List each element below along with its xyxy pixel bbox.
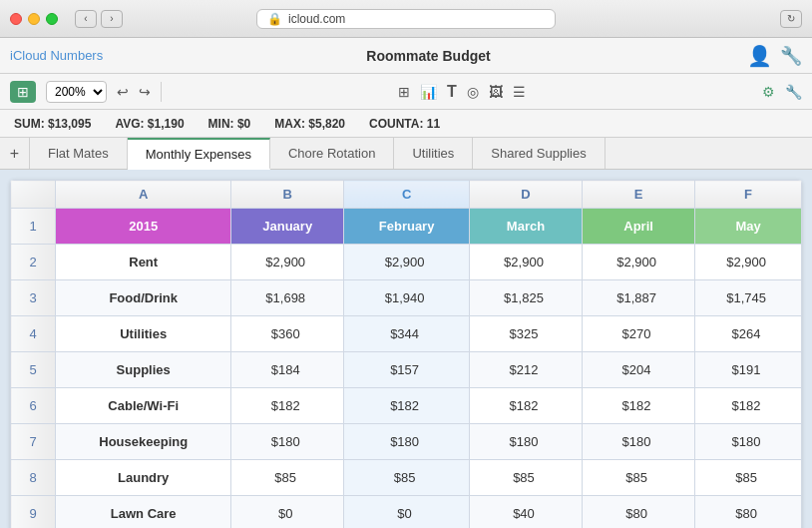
cell-c6[interactable]: $182 <box>344 388 470 424</box>
share-icon[interactable]: 👤 <box>747 44 772 68</box>
tab-shared-supplies[interactable]: Shared Supplies <box>473 138 605 169</box>
cell-a5[interactable]: Supplies <box>56 352 231 388</box>
cell-e6[interactable]: $182 <box>583 388 695 424</box>
refresh-button[interactable]: ↻ <box>780 10 802 28</box>
cell-d2[interactable]: $2,900 <box>469 245 582 280</box>
cell-e1[interactable]: April <box>583 209 695 245</box>
cell-e8[interactable]: $85 <box>583 460 695 496</box>
cell-c4[interactable]: $344 <box>344 316 470 352</box>
format-icon[interactable]: ⚙ <box>762 84 775 100</box>
minimize-button[interactable] <box>28 13 40 25</box>
cell-f7[interactable]: $180 <box>695 424 802 460</box>
cell-a4[interactable]: Utilities <box>56 316 231 352</box>
cell-f5[interactable]: $191 <box>695 352 802 388</box>
cell-b3[interactable]: $1,698 <box>231 280 344 316</box>
row-5: 5 Supplies $184 $157 $212 $204 $191 <box>11 352 802 388</box>
zoom-select[interactable]: 200% 150% 100% <box>46 81 107 103</box>
shape-icon[interactable]: ◎ <box>467 84 479 100</box>
tab-chore-rotation[interactable]: Chore Rotation <box>270 138 394 169</box>
cell-b4[interactable]: $360 <box>231 316 344 352</box>
cell-e7[interactable]: $180 <box>583 424 695 460</box>
wrench-icon[interactable]: 🔧 <box>785 84 802 100</box>
cell-b7[interactable]: $180 <box>231 424 344 460</box>
col-header-a[interactable]: A <box>56 181 231 209</box>
tab-flat-mates[interactable]: Flat Mates <box>30 138 128 169</box>
cell-a7[interactable]: Housekeeping <box>56 424 231 460</box>
cell-a3[interactable]: Food/Drink <box>56 280 231 316</box>
corner-header <box>11 181 56 209</box>
row-num-3[interactable]: 3 <box>11 280 56 316</box>
close-button[interactable] <box>10 13 22 25</box>
row-num-4[interactable]: 4 <box>11 316 56 352</box>
sheet-view-button[interactable]: ⊞ <box>10 81 36 103</box>
cell-f2[interactable]: $2,900 <box>695 245 802 280</box>
table-icon[interactable]: ⊞ <box>398 84 410 100</box>
cell-d9[interactable]: $40 <box>469 496 582 529</box>
cell-f9[interactable]: $80 <box>695 496 802 529</box>
cell-d4[interactable]: $325 <box>469 316 582 352</box>
cell-f4[interactable]: $264 <box>695 316 802 352</box>
chart-icon[interactable]: 📊 <box>420 84 437 100</box>
undo-button[interactable]: ↩ <box>117 84 129 100</box>
row-num-2[interactable]: 2 <box>11 245 56 280</box>
cell-d1[interactable]: March <box>469 209 582 245</box>
row-num-6[interactable]: 6 <box>11 388 56 424</box>
row-num-9[interactable]: 9 <box>11 496 56 529</box>
cell-c1[interactable]: February <box>344 209 470 245</box>
cell-e9[interactable]: $80 <box>583 496 695 529</box>
cell-a9[interactable]: Lawn Care <box>56 496 231 529</box>
tab-utilities[interactable]: Utilities <box>394 138 473 169</box>
maximize-button[interactable] <box>46 13 58 25</box>
text-icon[interactable]: T <box>447 83 457 101</box>
cell-b8[interactable]: $85 <box>231 460 344 496</box>
cell-e3[interactable]: $1,887 <box>583 280 695 316</box>
traffic-lights <box>10 13 58 25</box>
forward-button[interactable]: › <box>101 10 123 28</box>
cell-c2[interactable]: $2,900 <box>344 245 470 280</box>
cell-a2[interactable]: Rent <box>56 245 231 280</box>
col-header-e[interactable]: E <box>583 181 695 209</box>
cell-a1[interactable]: 2015 <box>56 209 231 245</box>
cell-a8[interactable]: Laundry <box>56 460 231 496</box>
settings-icon[interactable]: 🔧 <box>780 45 802 67</box>
cell-d7[interactable]: $180 <box>469 424 582 460</box>
cell-a6[interactable]: Cable/Wi-Fi <box>56 388 231 424</box>
cell-b9[interactable]: $0 <box>231 496 344 529</box>
cell-b2[interactable]: $2,900 <box>231 245 344 280</box>
cell-e2[interactable]: $2,900 <box>583 245 695 280</box>
cell-f6[interactable]: $182 <box>695 388 802 424</box>
cell-b1[interactable]: January <box>231 209 344 245</box>
cell-f8[interactable]: $85 <box>695 460 802 496</box>
cell-c3[interactable]: $1,940 <box>344 280 470 316</box>
back-button[interactable]: ‹ <box>75 10 97 28</box>
cell-c5[interactable]: $157 <box>344 352 470 388</box>
cell-c7[interactable]: $180 <box>344 424 470 460</box>
row-7: 7 Housekeeping $180 $180 $180 $180 $180 <box>11 424 802 460</box>
row-num-1[interactable]: 1 <box>11 209 56 245</box>
cell-d8[interactable]: $85 <box>469 460 582 496</box>
cell-e4[interactable]: $270 <box>583 316 695 352</box>
add-sheet-button[interactable]: + <box>0 138 30 169</box>
cell-d6[interactable]: $182 <box>469 388 582 424</box>
cell-f1[interactable]: May <box>695 209 802 245</box>
cell-c8[interactable]: $85 <box>344 460 470 496</box>
col-header-f[interactable]: F <box>695 181 802 209</box>
row-num-5[interactable]: 5 <box>11 352 56 388</box>
cell-b5[interactable]: $184 <box>231 352 344 388</box>
cell-c9[interactable]: $0 <box>344 496 470 529</box>
tab-monthly-expenses[interactable]: Monthly Expenses <box>128 138 270 170</box>
cell-e5[interactable]: $204 <box>583 352 695 388</box>
cell-b6[interactable]: $182 <box>231 388 344 424</box>
cell-d5[interactable]: $212 <box>469 352 582 388</box>
cell-d3[interactable]: $1,825 <box>469 280 582 316</box>
media-icon[interactable]: 🖼 <box>489 84 503 100</box>
col-header-d[interactable]: D <box>469 181 582 209</box>
cell-f3[interactable]: $1,745 <box>695 280 802 316</box>
row-num-7[interactable]: 7 <box>11 424 56 460</box>
url-bar[interactable]: 🔒 icloud.com <box>256 9 556 29</box>
comment-icon[interactable]: ☰ <box>513 84 526 100</box>
redo-button[interactable]: ↪ <box>139 84 151 100</box>
row-num-8[interactable]: 8 <box>11 460 56 496</box>
col-header-c[interactable]: C <box>344 181 470 209</box>
col-header-b[interactable]: B <box>231 181 344 209</box>
